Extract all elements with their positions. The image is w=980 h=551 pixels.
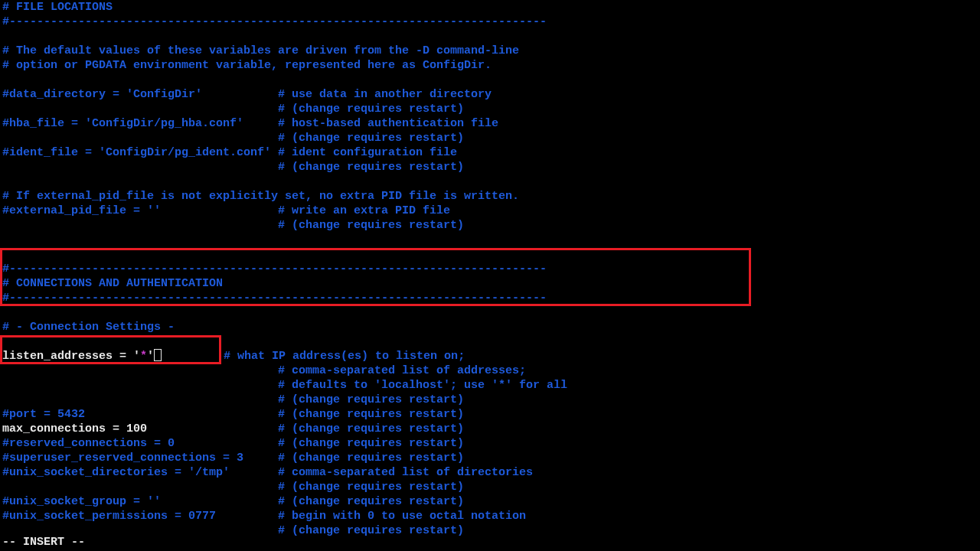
config-line: #external_pid_file = '' # write an extra… <box>2 204 980 218</box>
config-line: # FILE LOCATIONS <box>2 0 980 15</box>
config-line: #unix_socket_group = '' # (change requir… <box>2 494 980 509</box>
config-line <box>2 174 980 189</box>
config-line: #port = 5432 # (change requires restart) <box>2 407 980 422</box>
config-line <box>2 73 980 87</box>
config-line: #unix_socket_permissions = 0777 # begin … <box>2 509 980 523</box>
config-line: #hba_file = 'ConfigDir/pg_hba.conf' # ho… <box>2 116 980 131</box>
config-line: #ident_file = 'ConfigDir/pg_ident.conf' … <box>2 145 980 160</box>
config-line: #---------------------------------------… <box>2 15 980 29</box>
section-header-connections: # CONNECTIONS AND AUTHENTICATION <box>2 276 980 291</box>
cursor-icon <box>154 349 162 361</box>
config-line: #unix_socket_directories = '/tmp' # comm… <box>2 465 980 480</box>
config-line: # (change requires restart) <box>2 131 980 145</box>
config-line: # - Connection Settings - <box>2 320 980 334</box>
config-line: # The default values of these variables … <box>2 44 980 58</box>
config-line: # defaults to 'localhost'; use '*' for a… <box>2 378 980 393</box>
config-line: # option or PGDATA environment variable,… <box>2 58 980 73</box>
vim-mode-status: -- INSERT -- <box>2 535 85 549</box>
config-line: #reserved_connections = 0 # (change requ… <box>2 436 980 451</box>
config-line: #superuser_reserved_connections = 3 # (c… <box>2 451 980 465</box>
config-line: # (change requires restart) <box>2 218 980 233</box>
config-line <box>2 305 980 320</box>
config-line: # (change requires restart) <box>2 480 980 494</box>
config-line: # If external_pid_file is not explicitly… <box>2 189 980 204</box>
config-line: # (change requires restart) <box>2 393 980 407</box>
config-line: # comma-separated list of addresses; <box>2 364 980 378</box>
setting-quote: ' <box>147 350 154 363</box>
setting-active: max_connections = 100 <box>2 422 147 435</box>
config-line: # (change requires restart) <box>2 160 980 174</box>
setting-value: * <box>140 350 147 363</box>
config-line <box>2 233 980 247</box>
editor-content[interactable]: # FILE LOCATIONS #----------------------… <box>0 0 980 538</box>
config-line: #---------------------------------------… <box>2 291 980 305</box>
max-connections-line: max_connections = 100 # (change requires… <box>2 422 980 436</box>
setting-comment: # what IP address(es) to listen on; <box>162 350 465 363</box>
setting-key: listen_addresses = ' <box>2 350 140 363</box>
setting-comment: # (change requires restart) <box>147 422 464 435</box>
config-line: #---------------------------------------… <box>2 262 980 276</box>
listen-addresses-line: listen_addresses = '*' # what IP address… <box>2 349 980 364</box>
config-line <box>2 247 980 262</box>
config-line <box>2 29 980 44</box>
config-line: # (change requires restart) <box>2 102 980 116</box>
config-line <box>2 334 980 349</box>
config-line: #data_directory = 'ConfigDir' # use data… <box>2 87 980 102</box>
config-line: # (change requires restart) <box>2 523 980 538</box>
